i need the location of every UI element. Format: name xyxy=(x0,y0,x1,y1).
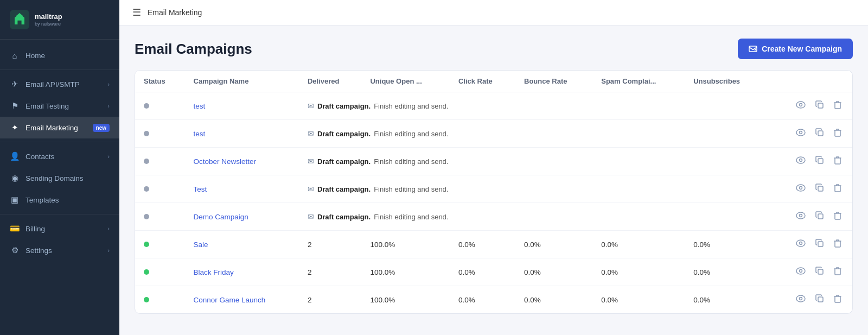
app-name: mailtrap xyxy=(35,12,62,21)
view-button[interactable] xyxy=(794,238,808,250)
delete-button[interactable] xyxy=(832,127,844,140)
draft-message: ✉ Draft campaign. Finish editing and sen… xyxy=(308,129,758,138)
bounce_rate-cell: 0.0% xyxy=(515,258,592,286)
table-row: test✉ Draft campaign. Finish editing and… xyxy=(135,120,852,148)
delivered-cell: 2 xyxy=(299,258,362,286)
copy-button[interactable] xyxy=(813,99,826,112)
sidebar-item-templates[interactable]: ▣ Templates xyxy=(0,189,119,211)
col-actions xyxy=(767,71,852,92)
draft-message-cell: ✉ Draft campaign. Finish editing and sen… xyxy=(299,120,767,148)
sidebar-item-billing[interactable]: 💳 Billing › xyxy=(0,218,119,239)
sidebar-item-settings[interactable]: ⚙ Settings › xyxy=(0,239,119,261)
sidebar-item-email-marketing[interactable]: ✦ Email Marketing new xyxy=(0,117,119,138)
campaign-link[interactable]: test xyxy=(194,102,206,110)
copy-button[interactable] xyxy=(813,238,826,251)
view-button[interactable] xyxy=(794,100,808,112)
campaign-link[interactable]: Black Friday xyxy=(194,268,234,276)
copy-button[interactable] xyxy=(813,182,826,195)
sidebar-label-email-testing: Email Testing xyxy=(25,102,101,110)
campaign-name-cell: October Newsletter xyxy=(185,148,299,175)
delete-button[interactable] xyxy=(832,182,844,195)
col-unique-open: Unique Open ... xyxy=(361,71,450,92)
chevron-right-icon-4: › xyxy=(107,225,110,232)
svg-point-6 xyxy=(800,131,802,134)
hamburger-icon[interactable]: ☰ xyxy=(132,7,141,18)
campaign-link[interactable]: Test xyxy=(194,185,207,193)
topbar: ☰ Email Marketing xyxy=(119,0,868,26)
status-cell xyxy=(135,148,185,175)
campaign-link[interactable]: Connor Game Launch xyxy=(194,296,266,304)
status-dot xyxy=(144,297,149,302)
sidebar-item-email-testing[interactable]: ⚑ Email Testing › xyxy=(0,95,119,117)
draft-message-cell: ✉ Draft campaign. Finish editing and sen… xyxy=(299,175,767,203)
status-cell xyxy=(135,231,185,258)
view-button[interactable] xyxy=(794,266,808,278)
copy-button[interactable] xyxy=(813,127,826,140)
view-button[interactable] xyxy=(794,183,808,195)
email-testing-icon: ⚑ xyxy=(10,101,20,111)
svg-rect-22 xyxy=(818,269,823,274)
campaign-link[interactable]: Sale xyxy=(194,241,208,249)
col-delivered: Delivered xyxy=(299,71,362,92)
page-title: Email Campaigns xyxy=(135,41,252,58)
col-unsub: Unsubscribes xyxy=(685,71,767,92)
campaign-link[interactable]: October Newsletter xyxy=(194,157,257,166)
view-button[interactable] xyxy=(794,211,808,223)
delete-button[interactable] xyxy=(832,238,844,251)
delete-button[interactable] xyxy=(832,293,844,306)
click_rate-cell: 0.0% xyxy=(450,286,515,314)
status-dot xyxy=(144,269,149,275)
draft-message: ✉ Draft campaign. Finish editing and sen… xyxy=(308,102,758,110)
svg-rect-10 xyxy=(818,159,823,163)
svg-rect-16 xyxy=(818,214,823,219)
create-campaign-button[interactable]: Create New Campaign xyxy=(738,39,853,59)
unsub-cell: 0.0% xyxy=(685,258,767,286)
spam-cell: 0.0% xyxy=(592,258,685,286)
sidebar-item-email-api[interactable]: ✈ Email API/SMTP › xyxy=(0,73,119,95)
chevron-right-icon-3: › xyxy=(107,153,110,160)
logo: mailtrap by railsware xyxy=(0,0,119,40)
status-cell xyxy=(135,286,185,314)
email-marketing-icon: ✦ xyxy=(10,123,20,132)
mail-icon: ✉ xyxy=(308,212,314,221)
create-campaign-label: Create New Campaign xyxy=(762,45,842,53)
table-row: Black Friday2100.0%0.0%0.0%0.0%0.0% xyxy=(135,258,852,286)
app-sub: by railsware xyxy=(35,21,62,27)
status-cell xyxy=(135,258,185,286)
copy-button[interactable] xyxy=(813,266,826,279)
view-button[interactable] xyxy=(794,155,808,167)
draft-message: ✉ Draft campaign. Finish editing and sen… xyxy=(308,212,758,221)
svg-rect-1 xyxy=(749,46,757,52)
campaign-link[interactable]: Demo Campaign xyxy=(194,213,248,221)
delete-button[interactable] xyxy=(832,266,844,279)
view-button[interactable] xyxy=(794,294,808,306)
actions-cell xyxy=(767,175,852,203)
campaign-link[interactable]: test xyxy=(194,130,206,138)
svg-point-5 xyxy=(796,129,805,136)
status-cell xyxy=(135,203,185,231)
actions-cell xyxy=(767,231,852,258)
templates-icon: ▣ xyxy=(10,195,20,205)
actions-cell xyxy=(767,286,852,314)
copy-button[interactable] xyxy=(813,293,826,306)
actions-cell xyxy=(767,203,852,231)
copy-button[interactable] xyxy=(813,210,826,223)
copy-button[interactable] xyxy=(813,155,826,168)
delete-button[interactable] xyxy=(832,99,844,112)
status-dot xyxy=(144,186,149,192)
chevron-right-icon-2: › xyxy=(107,103,110,109)
delete-button[interactable] xyxy=(832,210,844,223)
sidebar-item-home[interactable]: ⌂ Home xyxy=(0,45,119,66)
svg-point-14 xyxy=(796,212,805,219)
email-api-icon: ✈ xyxy=(10,79,20,89)
draft-message-cell: ✉ Draft campaign. Finish editing and sen… xyxy=(299,203,767,231)
status-dot xyxy=(144,242,149,247)
draft-message-cell: ✉ Draft campaign. Finish editing and sen… xyxy=(299,92,767,120)
sidebar-item-contacts[interactable]: 👤 Contacts › xyxy=(0,146,119,167)
view-button[interactable] xyxy=(794,128,808,140)
delete-button[interactable] xyxy=(832,155,844,168)
sidebar-item-sending-domains[interactable]: ◉ Sending Domains xyxy=(0,167,119,189)
svg-point-11 xyxy=(796,185,805,191)
table-row: October Newsletter✉ Draft campaign. Fini… xyxy=(135,148,852,175)
col-status: Status xyxy=(135,71,185,92)
